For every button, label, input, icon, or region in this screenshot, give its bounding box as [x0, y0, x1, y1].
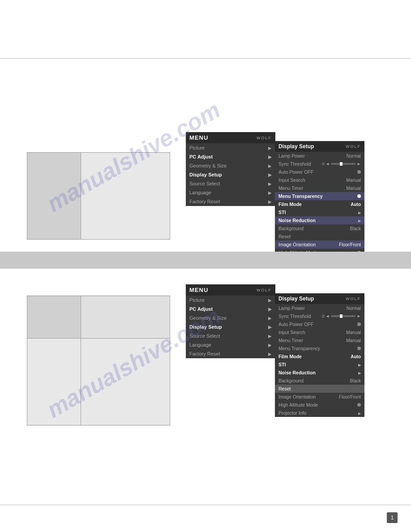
menu-title2: MENU [189, 287, 208, 293]
submenu-input-search1[interactable]: Input Search Manual [275, 176, 364, 184]
dot-icon1 [357, 170, 361, 174]
section1: MENU WOLF Picture ▶ PC Adjust ▶ Geometry… [0, 58, 411, 255]
arrow-icon: ▶ [268, 316, 272, 321]
submenu-film-mode1[interactable]: Film Mode Auto [275, 200, 364, 208]
arrow-right-icon2 [358, 218, 361, 223]
menu-item-pcadjust1[interactable]: PC Adjust ▶ [186, 152, 275, 161]
slider-track1[interactable] [331, 163, 355, 165]
submenu-auto-power2[interactable]: Auto Power OFF [275, 320, 364, 328]
submenu-image-orientation2[interactable]: Image Orientation Floor/Front [275, 393, 364, 401]
arrow-icon: ▶ [268, 343, 272, 348]
preview-top-left2 [27, 296, 81, 338]
arrow-icon: ▶ [268, 352, 272, 356]
arrow-icon: ▶ [268, 154, 272, 159]
menu-item-factoryreset2[interactable]: Factory Reset ▶ [186, 349, 275, 358]
menu-item-geometry2[interactable]: Geometry & Size ▶ [186, 313, 275, 322]
submenu-title1: Display Setup [278, 143, 314, 150]
wolf-logo1: WOLF [257, 136, 272, 140]
wolf-logo2: WOLF [257, 288, 272, 292]
slider-thumb2 [340, 314, 342, 318]
submenu-sti1[interactable]: STI [275, 208, 364, 216]
preview-bottom-row2 [27, 339, 170, 425]
arrow-icon: ▶ [268, 334, 272, 339]
submenu-noise-reduction1[interactable]: Noise Reduction [275, 216, 364, 224]
submenu-title2: Display Setup [278, 296, 314, 302]
submenu-background1[interactable]: Background Black [275, 224, 364, 232]
submenu-panel2: Display Setup WOLF Lamp Power Normal Syn… [275, 293, 364, 417]
submenu-reset1[interactable]: Reset [275, 232, 364, 240]
submenu-menu-timer2[interactable]: Menu Timer Manual [275, 336, 364, 344]
menu-item-displaysetup2[interactable]: Display Setup ▶ [186, 322, 275, 331]
arrow-icon: ▶ [268, 190, 272, 195]
slider-container1[interactable]: 0 ◄ ► [322, 162, 361, 166]
submenu-logo2: WOLF [346, 296, 361, 301]
submenu-input-search2[interactable]: Input Search Manual [275, 328, 364, 336]
menu-panel2: MENU WOLF Picture ▶ PC Adjust ▶ Geometry… [186, 284, 275, 358]
slider-container2[interactable]: 0 ◄ ► [322, 314, 361, 318]
submenu-sti2[interactable]: STI [275, 360, 364, 369]
arrow-right-icon5 [358, 370, 361, 375]
submenu-reset2[interactable]: Reset [275, 385, 364, 393]
menu-panel1: MENU WOLF Picture ▶ PC Adjust ▶ Geometry… [186, 132, 275, 206]
arrow-right-icon6 [358, 410, 361, 416]
arrow-icon: ▶ [268, 181, 272, 186]
preview-bottom-right2 [81, 339, 170, 425]
submenu-header1: Display Setup WOLF [275, 141, 364, 152]
submenu-panel1: Display Setup WOLF Lamp Power Normal Syn… [275, 141, 364, 265]
submenu-logo1: WOLF [346, 144, 361, 149]
dot-icon3 [357, 322, 361, 326]
preview-right-panel1 [81, 153, 170, 239]
arrow-icon: ▶ [268, 163, 272, 168]
preview-box2 [27, 296, 170, 425]
dot-icon5 [357, 403, 361, 407]
dot-icon4 [357, 347, 361, 350]
submenu-lamp-power1[interactable]: Lamp Power Normal [275, 152, 364, 160]
arrow-icon: ▶ [268, 199, 272, 204]
submenu-background2[interactable]: Background Black [275, 377, 364, 385]
submenu-menu-transparency2[interactable]: Menu Transparency [275, 344, 364, 352]
slider-track2[interactable] [331, 315, 355, 317]
arrow-icon: ▶ [268, 298, 272, 303]
divider-bar [0, 252, 411, 269]
submenu-auto-power1[interactable]: Auto Power OFF [275, 168, 364, 176]
slider-thumb1 [340, 162, 342, 166]
menu-item-language1[interactable]: Language ▶ [186, 188, 275, 197]
submenu-film-mode2[interactable]: Film Mode Auto [275, 352, 364, 360]
menu-item-pcadjust2[interactable]: PC Adjust ▶ [186, 305, 275, 313]
menu-item-picture1[interactable]: Picture ▶ [186, 143, 275, 152]
menu-item-language2[interactable]: Language ▶ [186, 340, 275, 349]
submenu-lamp-power2[interactable]: Lamp Power Normal [275, 304, 364, 312]
arrow-icon: ▶ [268, 307, 272, 312]
menu-item-picture2[interactable]: Picture ▶ [186, 296, 275, 305]
section2: MENU WOLF Picture ▶ PC Adjust ▶ Geometry… [0, 269, 411, 493]
arrow-icon: ▶ [268, 146, 272, 150]
submenu-high-altitude2[interactable]: High Altitude Mode [275, 401, 364, 409]
submenu-menu-transparency1[interactable]: Menu Transparency [275, 192, 364, 200]
submenu-sync-threshold1[interactable]: Sync Threshold 0 ◄ ► [275, 160, 364, 168]
menu-item-sourceselect2[interactable]: Source Select ▶ [186, 331, 275, 340]
bottom-rule-line [0, 505, 411, 505]
arrow-right-icon1 [358, 210, 361, 215]
preview-bottom-left2 [27, 339, 81, 425]
menu-item-sourceselect1[interactable]: Source Select ▶ [186, 179, 275, 188]
page-container: MENU WOLF Picture ▶ PC Adjust ▶ Geometry… [0, 0, 411, 532]
preview-left-panel1 [27, 153, 81, 239]
submenu-menu-timer1[interactable]: Menu Timer Manual [275, 184, 364, 192]
arrow-right-icon4 [358, 362, 361, 367]
submenu-noise-reduction2[interactable]: Noise Reduction [275, 369, 364, 377]
preview-box1 [27, 152, 170, 240]
submenu-projector-info2[interactable]: Projector Info [275, 409, 364, 417]
menu-header2: MENU WOLF [186, 284, 275, 296]
submenu-sync-threshold2[interactable]: Sync Threshold 0 ◄ ► [275, 312, 364, 320]
arrow-icon: ▶ [268, 325, 272, 330]
menu-header1: MENU WOLF [186, 132, 275, 143]
preview-top-right2 [81, 296, 170, 338]
menu-title1: MENU [189, 134, 208, 141]
menu-item-geometry1[interactable]: Geometry & Size ▶ [186, 161, 275, 170]
preview-top-row2 [27, 296, 170, 339]
menu-item-displaysetup1[interactable]: Display Setup ▶ [186, 170, 275, 179]
arrow-icon: ▶ [268, 172, 272, 177]
menu-item-factoryreset1[interactable]: Factory Reset ▶ [186, 197, 275, 206]
submenu-image-orientation1[interactable]: Image Orientation Floor/Front [275, 240, 364, 249]
submenu-header2: Display Setup WOLF [275, 293, 364, 304]
